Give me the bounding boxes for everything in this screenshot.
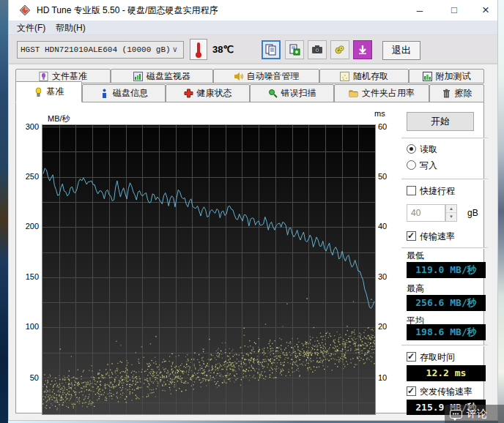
- comment-watermark[interactable]: 评论: [445, 405, 504, 423]
- burst-rate-label: 突发传输速率: [420, 386, 472, 398]
- download-button[interactable]: [353, 40, 372, 59]
- screenshot-button[interactable]: [308, 40, 327, 59]
- temperature-value: 38℃: [212, 41, 234, 59]
- title-bar[interactable]: HD Tune 专业版 5.50 - 硬盘/固态硬盘实用程序: [9, 0, 497, 20]
- desktop: HD Tune 专业版 5.50 - 硬盘/固态硬盘实用程序 文件(F) 帮助(…: [0, 0, 504, 423]
- transfer-rate-label: 传输速率: [420, 231, 455, 243]
- tab-health[interactable]: 健康状态: [166, 84, 250, 102]
- ytick-right-50: 50: [378, 171, 397, 181]
- thermometer-icon: [197, 42, 200, 53]
- tab-folder-usage[interactable]: 文件夹占用率: [334, 84, 429, 102]
- maximize-button[interactable]: [442, 0, 466, 20]
- drive-select-value: HGST HDN721010ALE604 (10000 gB): [21, 45, 171, 54]
- health-icon: [184, 89, 193, 98]
- separator: [401, 345, 488, 346]
- benchmark-chart: [42, 124, 376, 415]
- ytick-right-30: 30: [378, 272, 397, 282]
- min-value-box: 119.0 MB/秒: [407, 262, 486, 278]
- desktop-wallpaper-left: [0, 0, 8, 423]
- tab-aam[interactable]: 自动噪音管理: [213, 69, 319, 83]
- download-icon: [357, 44, 368, 56]
- write-radio[interactable]: [407, 160, 416, 170]
- separator: [401, 138, 488, 139]
- tab-label: 擦除: [455, 87, 472, 100]
- max-label: 最高: [407, 282, 424, 295]
- desktop-wallpaper-right: [498, 0, 504, 423]
- short-stroke-checkbox[interactable]: [407, 186, 416, 195]
- spinner-down-icon[interactable]: ▼: [446, 213, 456, 221]
- save-results-button[interactable]: [285, 40, 304, 59]
- menu-help[interactable]: 帮助(H): [56, 20, 86, 35]
- menu-file[interactable]: 文件(F): [17, 20, 45, 35]
- error-scan-icon: [268, 89, 278, 98]
- short-stroke-spinner[interactable]: ▲ ▼: [445, 204, 457, 222]
- y-left-axis-title: MB/秒: [48, 113, 70, 124]
- tab-extra-tests[interactable]: 附加测试: [409, 69, 484, 83]
- tab-error-scan[interactable]: 错误扫描: [250, 84, 334, 102]
- burst-rate-checkbox[interactable]: [407, 386, 416, 396]
- max-value-box: 256.6 MB/秒: [407, 295, 486, 311]
- minimize-button[interactable]: [408, 0, 431, 20]
- start-button[interactable]: 开始: [407, 112, 474, 131]
- separator: [401, 247, 488, 249]
- disk-monitor-icon: [133, 72, 143, 81]
- options-button[interactable]: [330, 40, 349, 59]
- tab-label: 文件夹占用率: [362, 87, 415, 100]
- ytick-right-60: 60: [378, 121, 397, 132]
- save-results-icon: [289, 44, 300, 56]
- drive-select[interactable]: HGST HDN721010ALE604 (10000 gB) ∨: [17, 41, 184, 59]
- hdtune-window: HD Tune 专业版 5.50 - 硬盘/固态硬盘实用程序 文件(F) 帮助(…: [8, 0, 498, 421]
- tab-benchmark[interactable]: 基准: [15, 81, 82, 102]
- aam-icon: [234, 72, 243, 81]
- ytick-left-300: 300: [20, 121, 39, 132]
- separator: [401, 179, 488, 180]
- tab-random-access[interactable]: 随机存取: [319, 69, 409, 83]
- exit-button[interactable]: 退出: [382, 41, 420, 60]
- comment-bubble-icon: [450, 410, 462, 419]
- screenshot-camera-icon: [311, 44, 323, 56]
- toolbar: HGST HDN721010ALE604 (10000 gB) ∨ 38℃: [9, 35, 497, 64]
- tab-erase[interactable]: 擦除: [429, 84, 484, 102]
- ytick-left-200: 200: [20, 221, 39, 231]
- spinner-up-icon[interactable]: ▲: [446, 205, 456, 213]
- random-access-icon: [340, 72, 349, 81]
- tab-label: 文件基准: [52, 70, 87, 83]
- tab-label: 磁盘监视器: [147, 70, 190, 83]
- menu-bar: 文件(F) 帮助(H): [9, 20, 497, 35]
- close-button[interactable]: [474, 0, 497, 20]
- read-radio[interactable]: [407, 144, 416, 154]
- transfer-rate-checkbox[interactable]: [407, 231, 416, 241]
- access-time-checkbox[interactable]: [407, 352, 416, 362]
- tab-label: 基准: [47, 86, 64, 98]
- disk-info-icon: [100, 89, 109, 98]
- short-stroke-size-input[interactable]: 40: [407, 204, 445, 222]
- folder-usage-icon: [349, 89, 358, 98]
- tab-label: 附加测试: [436, 70, 471, 83]
- window-title: HD Tune 专业版 5.50 - 硬盘/固态硬盘实用程序: [37, 0, 218, 20]
- ytick-right-10: 10: [378, 373, 397, 383]
- watermark-label: 评论: [467, 408, 487, 421]
- tab-label: 自动噪音管理: [247, 70, 300, 83]
- read-radio-label: 读取: [420, 143, 437, 156]
- min-label: 最低: [407, 250, 424, 262]
- tab-label: 随机存取: [353, 70, 388, 83]
- access-time-label: 存取时间: [420, 351, 455, 364]
- short-stroke-label: 快捷行程: [420, 185, 455, 198]
- tab-label: 磁盘信息: [113, 87, 148, 100]
- tab-disk-info[interactable]: 磁盘信息: [82, 84, 166, 102]
- ytick-right-40: 40: [378, 221, 397, 231]
- file-benchmark-icon: [39, 72, 48, 81]
- access-time-value-box: 12.2 ms: [407, 365, 486, 381]
- ytick-left-100: 100: [20, 321, 39, 332]
- benchmark-panel: MB/秒 ms 300 250 200 150 100 50 60 50 40 …: [15, 102, 484, 413]
- tab-label: 健康状态: [197, 87, 232, 100]
- erase-icon: [442, 89, 451, 98]
- ytick-left-150: 150: [20, 272, 39, 282]
- ytick-left-250: 250: [20, 171, 39, 181]
- copy-button[interactable]: [262, 40, 281, 59]
- y-right-axis-title: ms: [374, 109, 385, 118]
- ytick-left-50: 50: [20, 373, 39, 383]
- tab-disk-monitor[interactable]: 磁盘监视器: [111, 69, 213, 83]
- extra-tests-icon: [423, 72, 432, 81]
- temperature-indicator[interactable]: [190, 39, 207, 60]
